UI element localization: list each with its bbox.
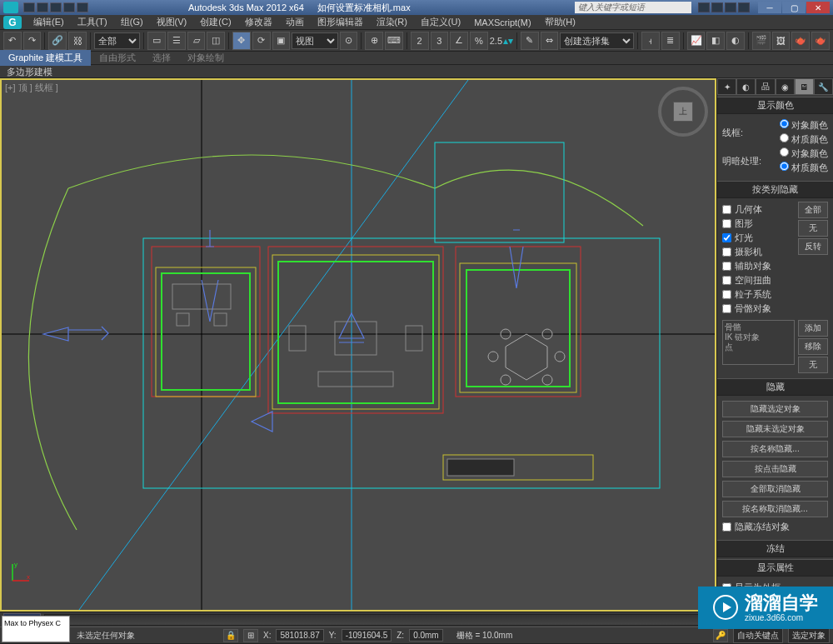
ribbon-tab-freeform[interactable]: 自由形式	[91, 50, 144, 66]
render-setup-button[interactable]: 🎬	[752, 32, 771, 50]
select-by-name-button[interactable]: ☰	[167, 32, 186, 50]
viewcube[interactable]: 上	[658, 87, 708, 137]
menu-rendering[interactable]: 渲染(R)	[370, 16, 414, 28]
ribbon-tab-selection[interactable]: 选择	[144, 50, 179, 66]
named-selection-dropdown[interactable]: 创建选择集	[560, 32, 634, 49]
abs-rel-icon[interactable]: ⊞	[243, 629, 258, 642]
tab-motion[interactable]: ◉	[776, 78, 795, 95]
btn-hide-selected[interactable]: 隐藏选定对象	[722, 401, 828, 417]
undo-button[interactable]: ↶	[3, 32, 22, 50]
rollout-header[interactable]: 隐藏	[717, 378, 833, 396]
ribbon-tab-graphite[interactable]: Graphite 建模工具	[0, 50, 91, 66]
menu-help[interactable]: 帮助(H)	[538, 16, 582, 28]
tab-display[interactable]: 🖥	[795, 78, 814, 95]
y-coord-input[interactable]: -1091604.5	[342, 629, 392, 642]
rollout-header[interactable]: 显示颜色	[717, 97, 833, 114]
z-coord-input[interactable]: 0.0mm	[409, 629, 443, 642]
redo-button[interactable]: ↷	[23, 32, 42, 50]
check-freeze-hidden[interactable]: 隐藏冻结对象	[722, 521, 828, 533]
tab-utilities[interactable]: 🔧	[814, 78, 833, 95]
percent-snap-button[interactable]: %	[470, 32, 488, 50]
tab-hierarchy[interactable]: 品	[756, 78, 775, 95]
check-spacewarps[interactable]: 空间扭曲	[722, 274, 795, 287]
radio-sh-mat[interactable]: 材质颜色	[780, 162, 828, 174]
align-button[interactable]: ⫞	[641, 32, 660, 50]
selection-filter-dropdown[interactable]: 全部	[94, 32, 140, 49]
curve-editor-button[interactable]: 📈	[687, 32, 706, 50]
check-helpers[interactable]: 辅助对象	[722, 260, 795, 272]
use-center-button[interactable]: ⊙	[340, 32, 358, 50]
schematic-view-button[interactable]: ◧	[706, 32, 725, 50]
check-shapes[interactable]: 图形	[722, 217, 795, 230]
mirror-button[interactable]: ⇔	[541, 32, 559, 50]
menu-customize[interactable]: 自定义(U)	[414, 16, 467, 28]
btn-invert[interactable]: 反转	[798, 238, 828, 255]
select-rotate-button[interactable]: ⟳	[252, 32, 271, 50]
maxscript-listener[interactable]: Max to Physex C	[2, 616, 70, 642]
check-particles[interactable]: 粒子系统	[722, 288, 795, 301]
autokey-button[interactable]: 自动关键点	[733, 628, 783, 643]
qat-undo-icon[interactable]	[63, 2, 75, 12]
window-crossing-button[interactable]: ◫	[207, 32, 225, 50]
select-move-button[interactable]: ✥	[232, 32, 251, 50]
snap-2d-button[interactable]: 2	[411, 32, 429, 50]
x-coord-input[interactable]: 581018.87	[276, 629, 323, 642]
check-lights[interactable]: 灯光	[722, 232, 795, 244]
category-listbox[interactable]: 骨骼 IK 链对象 点	[722, 320, 795, 365]
named-sel-edit-button[interactable]: ✎	[521, 32, 539, 50]
radio-wf-obj[interactable]: 对象颜色	[780, 119, 828, 132]
quick-access-toolbar[interactable]	[23, 2, 88, 12]
ribbon-panel-label[interactable]: 多边形建模	[0, 65, 833, 78]
menu-create[interactable]: 创建(C)	[193, 16, 237, 28]
render-frame-button[interactable]: 🖼	[772, 32, 791, 50]
qat-new-icon[interactable]	[23, 2, 35, 12]
btn-none[interactable]: 无	[798, 220, 828, 237]
menu-animation[interactable]: 动画	[279, 16, 311, 28]
select-region-button[interactable]: ▱	[187, 32, 206, 50]
material-editor-button[interactable]: ◐	[726, 32, 745, 50]
tab-create[interactable]: ✦	[717, 78, 736, 95]
lock-selection-icon[interactable]: 🔒	[223, 629, 238, 642]
application-menu-button[interactable]: G	[3, 16, 22, 29]
maximize-button[interactable]: ▢	[782, 2, 806, 13]
btn-all[interactable]: 全部	[798, 202, 828, 218]
menu-graph-editors[interactable]: 图形编辑器	[311, 16, 370, 28]
btn-unhide-by-name[interactable]: 按名称取消隐藏...	[722, 501, 828, 517]
qat-save-icon[interactable]	[50, 2, 62, 12]
render-prod-button[interactable]: 🫖	[811, 32, 830, 50]
infocenter-icon[interactable]	[698, 2, 710, 12]
spinner-value[interactable]: 2.5▴▾	[490, 35, 513, 47]
qat-open-icon[interactable]	[37, 2, 48, 12]
tab-modify[interactable]: ◐	[736, 78, 756, 95]
menu-group[interactable]: 组(G)	[114, 16, 150, 28]
rollout-header[interactable]: 按类别隐藏	[717, 181, 833, 198]
signin-icon[interactable]	[711, 2, 723, 12]
angle-snap-button[interactable]: ∠	[450, 32, 468, 50]
favorite-icon[interactable]	[725, 2, 736, 12]
btn-unhide-all[interactable]: 全部取消隐藏	[722, 481, 828, 497]
key-mode-icon[interactable]: 🔑	[713, 629, 728, 642]
menu-views[interactable]: 视图(V)	[150, 16, 194, 28]
menu-maxscript[interactable]: MAXScript(M)	[467, 17, 537, 27]
close-button[interactable]: ✕	[806, 2, 830, 13]
rollout-header[interactable]: 冻结	[717, 540, 833, 557]
btn-hide-unselected[interactable]: 隐藏未选定对象	[722, 421, 828, 437]
btn-hide-by-name[interactable]: 按名称隐藏...	[722, 441, 828, 457]
layers-button[interactable]: ≣	[661, 32, 680, 50]
qat-redo-icon[interactable]	[77, 2, 88, 12]
select-object-button[interactable]: ▭	[147, 32, 166, 50]
manipulate-button[interactable]: ⊕	[365, 32, 383, 50]
btn-none2[interactable]: 无	[798, 357, 828, 373]
keyboard-shortcut-button[interactable]: ⌨	[385, 32, 403, 50]
check-geometry[interactable]: 几何体	[722, 203, 795, 216]
rollout-header[interactable]: 显示属性	[717, 559, 833, 577]
render-button[interactable]: 🫖	[791, 32, 810, 50]
radio-sh-obj[interactable]: 对象颜色	[780, 147, 828, 160]
help-icon[interactable]	[738, 2, 750, 12]
ref-coord-dropdown[interactable]: 视图	[292, 32, 337, 49]
selected-key-dropdown[interactable]: 选定对象	[788, 628, 830, 643]
btn-remove[interactable]: 移除	[798, 338, 828, 355]
btn-hide-by-hit[interactable]: 按点击隐藏	[722, 461, 828, 477]
link-button[interactable]: 🔗	[48, 32, 67, 50]
viewport-top[interactable]: [+] 顶 ] 线框 ] 上	[0, 78, 716, 612]
